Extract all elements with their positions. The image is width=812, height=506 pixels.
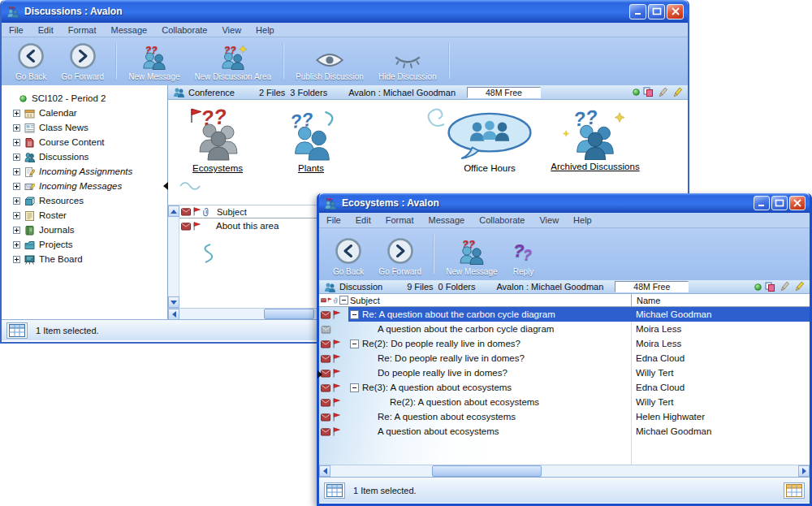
tree-root-sci102[interactable]: SCI102 - Period 2 xyxy=(2,91,167,106)
scroll-thumb[interactable] xyxy=(264,309,314,319)
view-grid-alt-button[interactable] xyxy=(784,482,805,499)
desktop-icon-ecosystems[interactable]: Ecosystems xyxy=(168,105,267,173)
expand-icon[interactable] xyxy=(13,256,20,263)
menu-file[interactable]: File xyxy=(2,24,31,37)
pages-icon[interactable] xyxy=(643,87,654,97)
pane-collapse-arrow[interactable] xyxy=(163,182,168,190)
expand-icon[interactable] xyxy=(13,124,20,132)
tree-item-class-news[interactable]: Class News xyxy=(2,120,167,135)
pencil-icon[interactable] xyxy=(657,87,668,98)
expand-icon[interactable] xyxy=(13,183,20,190)
tree-item-incoming-messages[interactable]: Incoming Messages xyxy=(2,179,167,193)
expand-icon[interactable] xyxy=(13,154,20,161)
scroll-left-button[interactable] xyxy=(319,465,330,477)
menu-view[interactable]: View xyxy=(532,214,566,227)
message-row[interactable]: Re: A question about the carbon cycle di… xyxy=(319,307,810,322)
scroll-left-button[interactable] xyxy=(168,309,179,320)
menu-format[interactable]: Format xyxy=(378,214,421,227)
menu-edit[interactable]: Edit xyxy=(348,214,378,227)
desktop-icon-archived-discussions[interactable]: Archived Discussions xyxy=(522,106,668,171)
menu-collaborate[interactable]: Collaborate xyxy=(472,214,532,227)
thread-collapse-icon[interactable] xyxy=(350,383,359,392)
subject-column-header[interactable]: Subject xyxy=(348,296,631,305)
close-button[interactable] xyxy=(789,196,806,210)
scroll-up-button[interactable] xyxy=(168,205,179,217)
new-discussion-area-button[interactable]: New Discussion Area xyxy=(188,39,279,83)
new-message-button[interactable]: New Message xyxy=(438,230,504,278)
menu-edit[interactable]: Edit xyxy=(31,24,61,37)
hide-discussion-button[interactable]: Hide Discussion xyxy=(371,39,444,83)
scroll-thumb[interactable] xyxy=(432,465,542,477)
tree-item-the-board[interactable]: The Board xyxy=(2,252,167,266)
menu-file[interactable]: File xyxy=(319,214,348,227)
message-row[interactable]: Re(2): Do people really live in domes? M… xyxy=(319,336,810,351)
message-row[interactable]: A question about the carbon cycle diagra… xyxy=(319,322,810,336)
go-forward-button[interactable]: Go Forward xyxy=(54,39,111,83)
minimize-button[interactable] xyxy=(754,196,770,210)
titlebar[interactable]: Discussions : Avalon xyxy=(2,0,688,23)
message-row[interactable]: Re: Do people really live in domes? Edna… xyxy=(319,351,810,365)
scroll-right-button[interactable] xyxy=(798,465,810,477)
expand-icon[interactable] xyxy=(13,110,20,117)
subject-column-header[interactable]: Subject xyxy=(217,207,247,217)
expand-icon[interactable] xyxy=(13,212,20,219)
message-row[interactable]: Re(2): A question about ecosystems Willy… xyxy=(319,395,810,409)
expand-icon[interactable] xyxy=(13,139,20,146)
green-dot-icon[interactable] xyxy=(754,283,762,291)
pencil-yellow-icon[interactable] xyxy=(793,281,805,292)
message-row[interactable]: Re: A question about ecosystems Helen Hi… xyxy=(319,409,810,424)
pane-expand-arrow[interactable] xyxy=(317,370,322,378)
expand-icon[interactable] xyxy=(13,227,20,234)
tree-item-discussions[interactable]: Discussions xyxy=(2,149,167,164)
scroll-track[interactable] xyxy=(330,465,798,477)
tree-item-roster[interactable]: Roster xyxy=(2,208,167,223)
view-grid-button[interactable] xyxy=(6,322,28,339)
collapse-all-icon[interactable] xyxy=(339,296,348,305)
board-icon xyxy=(24,254,35,265)
minimize-button[interactable] xyxy=(629,4,646,19)
pencil-yellow-icon[interactable] xyxy=(672,87,683,98)
menu-format[interactable]: Format xyxy=(61,24,104,37)
green-dot-icon[interactable] xyxy=(633,89,640,96)
tree-item-course-content[interactable]: Course Content xyxy=(2,135,167,149)
tree-item-calendar[interactable]: Calendar xyxy=(2,106,167,120)
go-forward-button[interactable]: Go Forward xyxy=(371,230,429,278)
pages-icon[interactable] xyxy=(765,282,775,292)
menu-message[interactable]: Message xyxy=(104,24,155,37)
view-grid-button[interactable] xyxy=(324,482,345,499)
go-back-button[interactable]: Go Back xyxy=(326,230,371,278)
publish-discussion-button[interactable]: Publish Discussion xyxy=(288,39,371,83)
maximize-button[interactable] xyxy=(771,196,788,210)
tree-item-resources[interactable]: Resources xyxy=(2,193,167,208)
menu-help[interactable]: Help xyxy=(566,214,599,227)
maximize-button[interactable] xyxy=(648,4,665,19)
message-row[interactable]: A question about ecosystems Michael Good… xyxy=(319,424,810,439)
expand-icon[interactable] xyxy=(13,197,20,205)
scroll-down-button[interactable] xyxy=(168,296,179,308)
desktop-icon-plants[interactable]: Plants xyxy=(270,110,352,173)
menu-help[interactable]: Help xyxy=(248,24,282,37)
tree-item-projects[interactable]: Projects xyxy=(2,237,167,252)
reply-button[interactable]: Reply xyxy=(505,230,542,278)
go-back-button[interactable]: Go Back xyxy=(8,39,54,83)
container-kind: Discussion xyxy=(339,282,382,292)
message-row[interactable]: Re(3): A question about ecosystems Edna … xyxy=(319,380,810,395)
new-message-button[interactable]: New Message xyxy=(121,39,187,83)
titlebar[interactable]: Ecosystems : Avalon xyxy=(319,193,810,213)
tree-item-incoming-assignments[interactable]: Incoming Assignments xyxy=(2,164,167,179)
menu-message[interactable]: Message xyxy=(421,214,473,227)
thread-collapse-icon[interactable] xyxy=(350,310,359,319)
tree-item-journals[interactable]: Journals xyxy=(2,223,167,237)
message-row[interactable]: Do people really live in domes? Willy Te… xyxy=(319,365,810,380)
expand-icon[interactable] xyxy=(13,168,20,175)
name-column-header[interactable]: Name xyxy=(631,294,810,306)
thread-collapse-icon[interactable] xyxy=(350,339,359,348)
close-button[interactable] xyxy=(667,4,684,19)
vertical-scrollbar[interactable] xyxy=(168,205,179,308)
menu-view[interactable]: View xyxy=(214,24,248,37)
horizontal-scrollbar[interactable] xyxy=(319,465,810,477)
expand-icon[interactable] xyxy=(13,241,20,249)
pencil-icon[interactable] xyxy=(779,281,790,292)
menu-collaborate[interactable]: Collaborate xyxy=(154,24,214,37)
scroll-track[interactable] xyxy=(168,217,179,296)
